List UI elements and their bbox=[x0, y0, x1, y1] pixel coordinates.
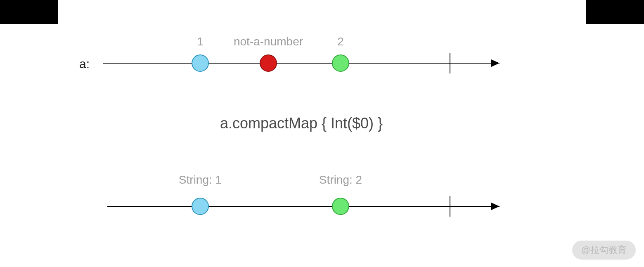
stream-b-marble-1 bbox=[192, 198, 208, 215]
stream-b-marble-2-label: String: 2 bbox=[319, 173, 362, 187]
stream-a-marble-3-label: 2 bbox=[337, 35, 344, 48]
stream-a-marble-1 bbox=[192, 55, 208, 71]
stream-a-timeline bbox=[103, 53, 500, 73]
stream-b-timeline bbox=[107, 196, 500, 217]
stream-a-marble-2 bbox=[260, 55, 277, 71]
stream-a-marble-2-label: not-a-number bbox=[234, 35, 303, 48]
svg-marker-6 bbox=[491, 203, 500, 210]
stream-a-marble-3 bbox=[332, 55, 349, 71]
watermark-badge: @拉勾教育 bbox=[572, 241, 636, 260]
stream-a-marble-1-label: 1 bbox=[197, 35, 204, 48]
diagram-stage: a: bbox=[0, 0, 644, 267]
stream-b-marble-2 bbox=[332, 198, 349, 215]
stream-b-marble-1-label: String: 1 bbox=[179, 173, 222, 187]
svg-marker-1 bbox=[491, 59, 500, 67]
operator-text: a.compactMap { Int($0) } bbox=[198, 115, 405, 132]
timelines-svg bbox=[0, 0, 644, 267]
